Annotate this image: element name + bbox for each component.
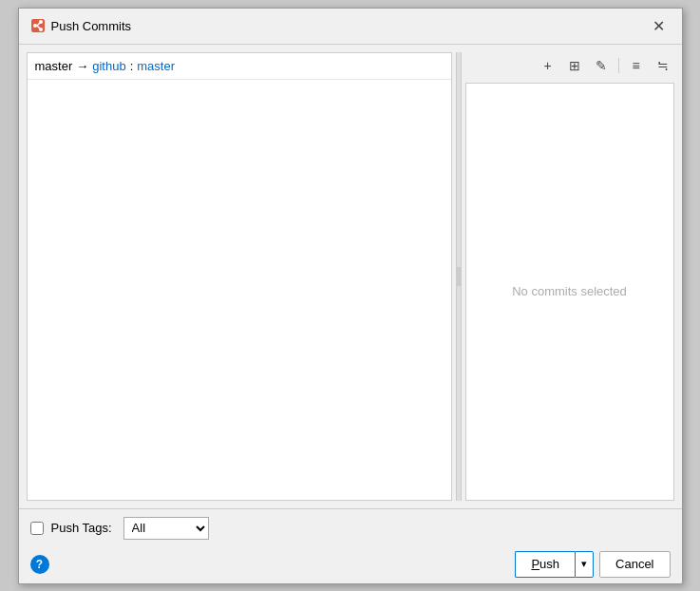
edit-button[interactable]: ✎ <box>590 55 613 76</box>
commit-detail-area: No commits selected <box>465 83 674 501</box>
push-button-group: Push ▾ <box>515 551 594 578</box>
push-tags-label: Push Tags: <box>51 521 112 535</box>
svg-point-1 <box>33 24 37 28</box>
commit-list-area <box>28 80 451 500</box>
commit-list-panel: master → github : master <box>27 52 452 501</box>
remote-name-link[interactable]: github <box>92 59 125 73</box>
footer-area: Push Tags: All None Annotated <box>19 508 682 547</box>
sort-asc-button[interactable]: ≡ <box>625 55 648 76</box>
add-commit-button[interactable]: + <box>537 55 559 76</box>
local-branch: master <box>35 59 73 73</box>
no-commits-text: No commits selected <box>512 284 627 298</box>
push-tags-checkbox[interactable] <box>30 522 44 535</box>
branch-info: master → github : master <box>28 53 451 80</box>
git-icon <box>30 18 46 33</box>
push-button[interactable]: Push <box>515 551 575 578</box>
title-bar: Push Commits ✕ <box>19 9 682 45</box>
push-commits-dialog: Push Commits ✕ master → github : master <box>18 8 683 584</box>
toolbar-separator <box>618 58 619 73</box>
grid-view-button[interactable]: ⊞ <box>563 55 586 76</box>
commit-detail-panel: + ⊞ ✎ ≡ ≒ No commits selected <box>465 52 674 501</box>
close-button[interactable]: ✕ <box>648 14 671 37</box>
push-dropdown-button[interactable]: ▾ <box>575 551 594 578</box>
title-bar-left: Push Commits <box>30 18 132 33</box>
panel-divider[interactable] <box>456 52 462 501</box>
dialog-title: Push Commits <box>51 19 132 33</box>
help-button[interactable]: ? <box>30 555 49 574</box>
sort-desc-button[interactable]: ≒ <box>652 55 674 76</box>
detail-toolbar: + ⊞ ✎ ≡ ≒ <box>465 52 674 79</box>
branch-arrow: → <box>76 59 88 73</box>
main-content: master → github : master + ⊞ ✎ ≡ ≒ <box>19 45 682 508</box>
branch-separator: : <box>130 59 134 73</box>
bottom-bar: ? Push ▾ Cancel <box>19 547 682 583</box>
push-tags-select[interactable]: All None Annotated <box>123 517 209 540</box>
cancel-button[interactable]: Cancel <box>599 551 670 578</box>
remote-branch-link[interactable]: master <box>137 59 175 73</box>
